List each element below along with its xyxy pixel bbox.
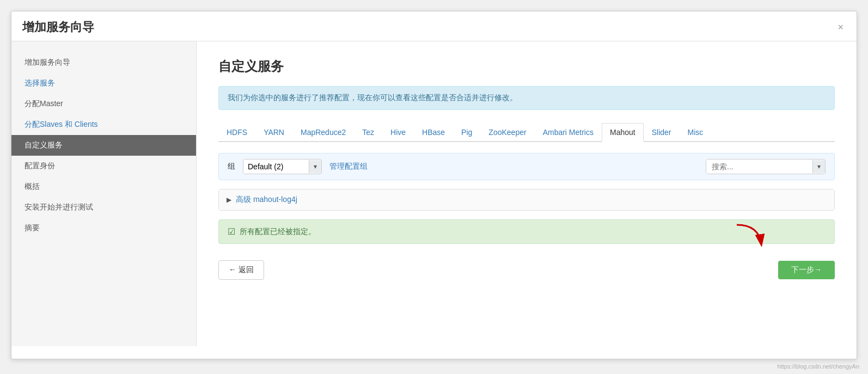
advanced-section: ▶ 高级 mahout-log4j bbox=[218, 189, 835, 211]
sidebar-item-customize-service[interactable]: 自定义服务 bbox=[11, 135, 196, 156]
footer-url: https://blog.csdn.net/chengyAn bbox=[778, 363, 859, 370]
group-select-caret-icon[interactable]: ▾ bbox=[309, 160, 321, 173]
check-icon: ☑ bbox=[228, 226, 235, 237]
tab-hbase[interactable]: HBase bbox=[414, 123, 453, 141]
sidebar-item-assign-slaves[interactable]: 分配Slaves 和 Clients bbox=[11, 114, 196, 135]
sidebar-item-configure-identity: 配置身份 bbox=[11, 156, 196, 176]
manage-group-link[interactable]: 管理配置组 bbox=[329, 162, 368, 171]
config-group-row: 组 Default (2) ▾ 管理配置组 ▾ bbox=[218, 153, 835, 180]
advanced-header[interactable]: ▶ 高级 mahout-log4j bbox=[219, 189, 834, 210]
dialog-container: 增加服务向导 × 增加服务向导 选择服务 分配Master 分配Slaves 和… bbox=[11, 11, 857, 359]
tab-zookeeper[interactable]: ZooKeeper bbox=[480, 123, 534, 141]
close-button[interactable]: × bbox=[835, 22, 846, 32]
advanced-title[interactable]: 高级 mahout-log4j bbox=[236, 195, 297, 205]
status-text: 所有配置已经被指定。 bbox=[240, 227, 316, 237]
sidebar-item-assign-master: 分配Master bbox=[11, 94, 196, 114]
tab-slider[interactable]: Slider bbox=[644, 123, 680, 141]
tab-mahout[interactable]: Mahout bbox=[602, 123, 644, 142]
tab-yarn[interactable]: YARN bbox=[255, 123, 292, 141]
sidebar-item-summary: 摘要 bbox=[11, 218, 196, 238]
tab-tez[interactable]: Tez bbox=[354, 123, 382, 141]
sidebar-item-add-service-guide: 增加服务向导 bbox=[11, 52, 196, 73]
status-banner: ☑ 所有配置已经被指定。 bbox=[218, 219, 835, 244]
group-select-wrapper[interactable]: Default (2) ▾ bbox=[243, 159, 322, 174]
info-banner: 我们为你选中的服务进行了推荐配置，现在你可以查看这些配置是否合适并进行修改。 bbox=[218, 86, 835, 110]
sidebar-item-overview: 概括 bbox=[11, 176, 196, 197]
search-wrapper: ▾ bbox=[706, 159, 826, 174]
main-content: 自定义服务 我们为你选中的服务进行了推荐配置，现在你可以查看这些配置是否合适并进… bbox=[197, 41, 857, 346]
sidebar-item-install-test: 安装开始并进行测试 bbox=[11, 197, 196, 218]
sidebar-item-select-service[interactable]: 选择服务 bbox=[11, 73, 196, 94]
section-title: 自定义服务 bbox=[218, 58, 835, 75]
tab-hive[interactable]: Hive bbox=[382, 123, 414, 141]
tab-pig[interactable]: Pig bbox=[453, 123, 480, 141]
group-select[interactable]: Default (2) bbox=[243, 160, 309, 174]
group-label: 组 bbox=[228, 162, 235, 171]
dialog-body: 增加服务向导 选择服务 分配Master 分配Slaves 和 Clients … bbox=[11, 41, 857, 346]
back-button[interactable]: ← 返回 bbox=[218, 260, 264, 280]
tab-mapreduce2[interactable]: MapReduce2 bbox=[292, 123, 354, 141]
chevron-right-icon: ▶ bbox=[227, 196, 231, 204]
tab-misc[interactable]: Misc bbox=[679, 123, 711, 141]
tab-ambari-metrics[interactable]: Ambari Metrics bbox=[535, 123, 602, 141]
footer-row: ← 返回 下一步→ bbox=[218, 255, 835, 280]
tabs-container: HDFS YARN MapReduce2 Tez Hive HBase Pig … bbox=[218, 123, 835, 142]
search-caret-icon[interactable]: ▾ bbox=[812, 160, 825, 173]
search-input[interactable] bbox=[706, 160, 812, 174]
tab-hdfs[interactable]: HDFS bbox=[218, 123, 255, 141]
dialog-title: 增加服务向导 bbox=[22, 19, 94, 35]
sidebar: 增加服务向导 选择服务 分配Master 分配Slaves 和 Clients … bbox=[11, 41, 197, 346]
next-button[interactable]: 下一步→ bbox=[778, 261, 835, 279]
dialog-title-bar: 增加服务向导 × bbox=[11, 11, 857, 41]
